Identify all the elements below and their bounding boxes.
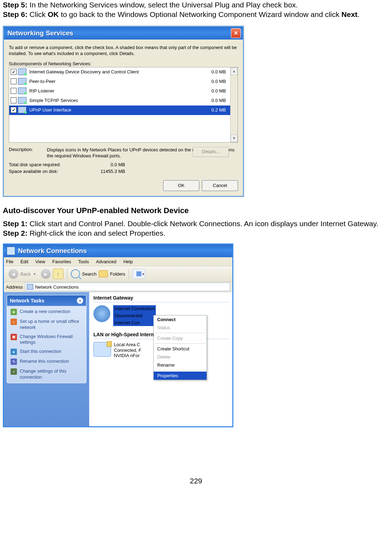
task-setup-network[interactable]: ⌂ Set up a home or small office network	[11, 319, 82, 330]
task-change-settings[interactable]: ✓ Change settings of this connection	[11, 368, 82, 380]
list-item[interactable]: RIP Listener 0.0 MB	[9, 86, 230, 96]
auto-step1-line: Step 1: Click start and Control Panel. D…	[3, 219, 389, 228]
menu-bar: File Edit View Favorites Tools Advanced …	[4, 257, 232, 266]
window-title: Network Connections	[18, 247, 87, 255]
details-button: Details...	[193, 147, 229, 157]
auto-step1-label: Step 1:	[3, 219, 27, 228]
window-titlebar[interactable]: Network Connections	[4, 245, 232, 257]
component-size: 0.0 MB	[196, 79, 229, 84]
dialog-titlebar[interactable]: Networking Services ✕	[4, 27, 243, 40]
up-arrow-icon: ↑	[57, 271, 60, 277]
task-label: Start this connection	[20, 349, 61, 354]
up-button[interactable]: ↑	[53, 269, 63, 279]
list-item[interactable]: Internet Gateway Device Discovery and Co…	[9, 67, 230, 77]
auto-step2-text: Right-click the icon and select Properti…	[27, 229, 165, 237]
back-label: Back	[20, 271, 31, 277]
menu-favorites[interactable]: Favorites	[52, 259, 71, 264]
task-firewall[interactable]: ▣ Change Windows Firewall settings	[11, 334, 82, 345]
tasks-sidebar: Network Tasks « ★ Create a new connectio…	[4, 292, 89, 426]
avail-space-label: Space available on disk:	[9, 169, 86, 174]
list-item[interactable]: UPnP User Interface 0.2 MB	[9, 106, 230, 115]
section-heading: Auto-discover Your UPnP-enabled Network …	[3, 206, 389, 215]
folders-button[interactable]: Folders	[99, 270, 125, 277]
step6-post: .	[357, 10, 360, 18]
start-connection-icon: ●	[11, 349, 17, 355]
internet-connection-item[interactable]: Internet Connection Disconnected Interne…	[93, 305, 229, 326]
step5-line: Step 5: In the Networking Services windo…	[3, 0, 389, 10]
collapse-icon[interactable]: «	[77, 297, 83, 304]
checkbox-icon[interactable]	[11, 107, 17, 113]
step5-label: Step 5:	[3, 1, 27, 9]
list-item[interactable]: Simple TCP/IP Services 0.0 MB	[9, 96, 230, 106]
menu-tools[interactable]: Tools	[78, 259, 89, 264]
address-input[interactable]: Network Connections	[25, 283, 230, 291]
connection-device: NVIDIA nFor	[114, 353, 141, 359]
task-label: Change Windows Firewall settings	[20, 334, 82, 345]
network-connections-icon	[27, 284, 33, 290]
dialog-title: Networking Services	[7, 29, 73, 37]
task-label: Rename this connection	[20, 359, 69, 364]
connection-name: Internet Connection	[113, 305, 156, 312]
list-item[interactable]: Peer-to-Peer 0.0 MB	[9, 77, 230, 86]
ok-button[interactable]: OK	[163, 180, 199, 191]
auto-step2-line: Step 2: Right-click the icon and select …	[3, 228, 389, 238]
scroll-down-icon[interactable]: ▼	[231, 134, 238, 142]
step5-text: In the Networking Services window, selec…	[27, 1, 298, 9]
new-connection-icon: ★	[11, 309, 17, 315]
address-bar: Address Network Connections	[4, 282, 232, 292]
search-icon	[71, 269, 80, 278]
step6-ok: OK	[48, 10, 59, 18]
component-name: Peer-to-Peer	[28, 79, 195, 84]
tasks-header[interactable]: Network Tasks «	[7, 295, 86, 306]
settings-icon: ✓	[11, 368, 17, 375]
menu-file[interactable]: File	[6, 259, 13, 264]
step6-mid: to go back to the Windows Optional Netwo…	[59, 10, 342, 18]
component-name: UPnP User Interface	[28, 107, 195, 113]
setup-network-icon: ⌂	[11, 319, 17, 325]
ctx-separator	[155, 333, 205, 333]
search-button[interactable]: Search	[71, 269, 97, 278]
lan-connection-item[interactable]: Local Area C Connected, F NVIDIA nFor	[93, 342, 229, 359]
connection-status: Connected, F	[114, 348, 141, 353]
views-button[interactable]	[133, 269, 145, 279]
subcomponents-label: Subcomponents of Networking Services:	[9, 61, 238, 66]
subcomponents-list: Internet Gateway Device Discovery and Co…	[9, 67, 238, 143]
page-number: 229	[3, 477, 389, 485]
ctx-properties[interactable]: Properties	[154, 372, 207, 380]
checkbox-icon[interactable]	[11, 88, 17, 94]
ctx-create-copy: Create Copy	[154, 334, 207, 342]
ctx-status: Status	[154, 324, 207, 332]
task-rename-connection[interactable]: ✎ Rename this connection	[11, 359, 82, 365]
menu-view[interactable]: View	[35, 259, 45, 264]
menu-help[interactable]: Help	[123, 259, 133, 264]
address-label: Address	[6, 284, 23, 290]
forward-button[interactable]: ►	[41, 269, 51, 279]
back-button[interactable]: ◄ Back ▼	[6, 267, 39, 281]
step6-label: Step 6:	[3, 10, 27, 18]
search-label: Search	[82, 271, 97, 277]
lan-icon	[93, 342, 111, 357]
step6-pre: Click	[27, 10, 48, 18]
scroll-up-icon[interactable]: ▲	[231, 67, 238, 75]
menu-advanced[interactable]: Advanced	[96, 259, 116, 264]
avail-space-value: 11455.3 MB	[86, 169, 125, 174]
cancel-button[interactable]: Cancel	[202, 180, 238, 191]
group-internet-gateway: Internet Gateway	[93, 295, 229, 302]
task-create-connection[interactable]: ★ Create a new connection	[11, 309, 82, 315]
checkbox-icon[interactable]	[11, 97, 17, 103]
ctx-rename[interactable]: Rename	[154, 361, 207, 369]
list-scrollbar[interactable]: ▲ ▼	[230, 67, 238, 142]
total-space-value: 0.0 MB	[86, 162, 125, 167]
network-connections-icon	[7, 247, 15, 255]
task-start-connection[interactable]: ● Start this connection	[11, 349, 82, 355]
dialog-intro: To add or remove a component, click the …	[9, 44, 238, 57]
checkbox-icon[interactable]	[11, 78, 17, 84]
close-icon[interactable]: ✕	[231, 28, 241, 38]
ctx-connect[interactable]: Connect	[154, 315, 207, 324]
component-size: 0.2 MB	[196, 107, 229, 113]
component-size: 0.0 MB	[196, 69, 229, 74]
folders-label: Folders	[110, 271, 125, 277]
task-label: Set up a home or small office network	[20, 319, 82, 330]
checkbox-icon[interactable]	[11, 69, 17, 75]
menu-edit[interactable]: Edit	[20, 259, 28, 264]
